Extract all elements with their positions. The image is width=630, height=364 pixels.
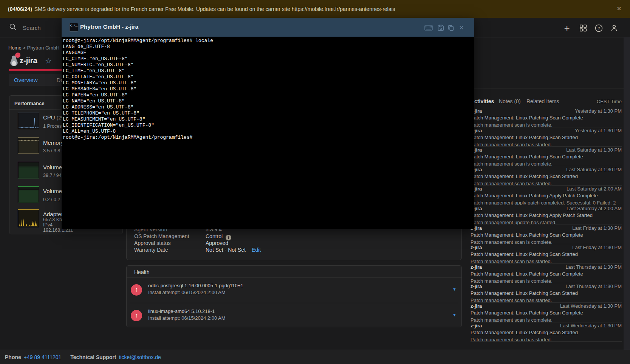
volume2-label: Volume: [43, 188, 62, 194]
memory-chart[interactable]: [18, 137, 39, 154]
copy-icon[interactable]: [446, 23, 455, 32]
warranty-edit-link[interactable]: Edit: [252, 247, 261, 253]
health-title: Health: [134, 269, 149, 275]
activity-device: z-jira: [471, 245, 482, 250]
chevron-down-icon[interactable]: ▼: [452, 313, 457, 317]
activity-description: Patch management scan has started.: [471, 297, 622, 303]
terminal-body: root@z-jira:/opt/NinjaRMMAgent/programfi…: [62, 37, 474, 229]
detail-value-warranty-date: Not Set - Not Set: [206, 247, 246, 253]
volume2-chart[interactable]: [18, 186, 39, 203]
activity-timestamp: Last Wednesday at 1:30 PM: [560, 323, 622, 328]
activity-timestamp: Last Thursday at 1:30 PM: [565, 283, 622, 289]
help-icon[interactable]: ?: [594, 23, 603, 33]
activity-description: Patch management scan has started.: [471, 337, 622, 342]
health-item-detail: Install attempt: 06/15/2024 2:00 AM: [148, 290, 226, 295]
divider: [130, 303, 458, 303]
user-icon[interactable]: [610, 23, 619, 33]
activity-description: Patch management scan has started.: [471, 142, 622, 147]
activity-description: Patch management update has started.: [471, 220, 622, 225]
update-arrow-icon: ↑: [131, 284, 142, 296]
activity-entry: z-jira Last Thursday at 1:30 PM Patch Ma…: [471, 283, 622, 303]
activity-description: Patch management scan is complete.: [471, 122, 622, 127]
phone-label: Phone: [5, 354, 21, 360]
info-icon[interactable]: i: [226, 235, 231, 240]
terminal-title: Phytron GmbH - z-jira: [80, 23, 138, 30]
detail-label-approval-status: Approval status: [134, 240, 171, 246]
activity-entry: z-jira Last Wednesday at 1:30 PM Patch M…: [471, 322, 622, 342]
divider: [127, 277, 461, 278]
terminal-output[interactable]: root@z-jira:/opt/NinjaRMMAgent/programfi…: [62, 37, 474, 141]
app-window: (04/06/24) SMS delivery service is degra…: [0, 0, 630, 364]
update-arrow-icon: ↑: [131, 310, 142, 321]
activity-title: Patch Management: Linux Patching Scan St…: [471, 173, 622, 179]
breadcrumb: Home > Phytron GmbH: [8, 45, 60, 51]
activity-timestamp: Last Saturday at 1:30 PM: [566, 147, 622, 153]
activity-description: Patch management scan is complete.: [471, 278, 622, 283]
svg-text:?: ?: [597, 26, 600, 30]
activity-timestamp: Last Saturday at 2:00 AM: [567, 186, 622, 192]
activity-description: Patch management scan is complete.: [471, 239, 622, 245]
activity-timestamp: Last Friday at 1:30 PM: [572, 245, 622, 250]
volume1-chart[interactable]: [18, 162, 39, 178]
cpu-label-text: CPU: [43, 114, 55, 121]
activity-timestamp: Last Wednesday at 1:30 PM: [560, 303, 622, 309]
volume1-label: Volume: [43, 164, 62, 170]
search-icon: [9, 23, 17, 32]
activity-description: Patch management apply patch completed. …: [471, 200, 622, 205]
save-icon[interactable]: [436, 23, 445, 32]
activity-timestamp: Last Saturday at 1:30 PM: [566, 167, 622, 172]
add-icon[interactable]: +: [562, 23, 571, 33]
alert-date: (04/06/24): [8, 6, 32, 12]
tab-overview[interactable]: Overview: [14, 77, 38, 83]
support-label: Technical Support: [70, 354, 116, 360]
support-email-link[interactable]: ticket@softbox.de: [119, 354, 161, 360]
activity-title: Patch Management: Linux Patching Scan St…: [471, 251, 622, 257]
cpu-chart[interactable]: [18, 113, 39, 129]
alert-message: SMS delivery service is degraded for the…: [34, 6, 395, 12]
terminal-close-icon[interactable]: ✕: [457, 23, 466, 32]
breadcrumb-home[interactable]: Home: [8, 45, 22, 51]
activity-entry: z-jira Last Friday at 1:30 PM Patch Mana…: [471, 244, 622, 264]
chevron-down-icon[interactable]: ▼: [452, 287, 457, 291]
tab-notes[interactable]: Notes (0): [499, 98, 521, 104]
terminal-app-icon: C:\_: [69, 23, 78, 32]
activity-title: Patch Management: Linux Patching Apply P…: [471, 193, 622, 198]
breadcrumb-separator: >: [23, 45, 26, 51]
alert-close-icon[interactable]: ✕: [615, 5, 623, 12]
activity-title: Patch Management: Linux Patching Scan Co…: [471, 310, 622, 316]
divider: [469, 88, 624, 88]
activity-timestamp: Yesterday at 1:30 PM: [575, 108, 622, 114]
activity-title: Patch Management: Linux Patching Scan St…: [471, 330, 622, 335]
activity-device: z-jira: [471, 303, 482, 309]
activity-list: z-jira Yesterday at 1:30 PM Patch Manage…: [471, 108, 622, 342]
activity-entry: z-jira Last Saturday at 2:00 AM Patch Ma…: [471, 186, 622, 205]
tab-related-items[interactable]: Related Items: [526, 98, 559, 104]
activity-device: z-jira: [471, 264, 482, 270]
activity-entry: z-jira Last Wednesday at 1:30 PM Patch M…: [471, 303, 622, 322]
detail-value-os-patch-management: Controli: [206, 233, 231, 240]
activity-entry: z-jira Last Thursday at 1:30 PM Patch Ma…: [471, 264, 622, 283]
detail-value-approval-status: Approved: [206, 240, 228, 246]
adapter-label: Adapter: [43, 211, 63, 217]
activity-entry: z-jira Yesterday at 1:30 PM Patch Manage…: [471, 127, 622, 147]
health-item-detail: Install attempt: 06/15/2024 2:00 AM: [148, 315, 226, 321]
device-name: z-jira: [20, 56, 37, 65]
activity-description: Patch management scan is complete.: [471, 317, 622, 322]
favorite-star-icon[interactable]: ☆: [45, 56, 52, 65]
apps-grid-icon[interactable]: [579, 23, 588, 33]
activity-entry: z-jira Last Friday at 1:30 PM Patch Mana…: [471, 225, 622, 245]
alert-banner: (04/06/24) SMS delivery service is degra…: [0, 0, 630, 18]
activity-title: Patch Management: Linux Patching Scan Co…: [471, 232, 622, 238]
scrollbar-track[interactable]: [624, 37, 630, 350]
detail-label-os-patch-management: OS Patch Management: [134, 233, 189, 239]
activity-entry: z-jira Last Saturday at 1:30 PM Patch Ma…: [471, 147, 622, 166]
adapter-chart[interactable]: [18, 209, 39, 227]
terminal-titlebar[interactable]: C:\_ Phytron GmbH - z-jira ✕: [62, 18, 474, 37]
activity-description: Patch management scan has started.: [471, 181, 622, 186]
activity-entry: z-jira Yesterday at 1:30 PM Patch Manage…: [471, 108, 622, 127]
activity-timestamp: Last Friday at 1:30 PM: [572, 225, 622, 231]
activity-description: Patch management scan has started.: [471, 259, 622, 264]
keyboard-icon[interactable]: [424, 23, 433, 32]
activity-title: Patch Management: Linux Patching Scan Co…: [471, 271, 622, 277]
phone-link[interactable]: +49 89 4111201: [24, 354, 62, 360]
